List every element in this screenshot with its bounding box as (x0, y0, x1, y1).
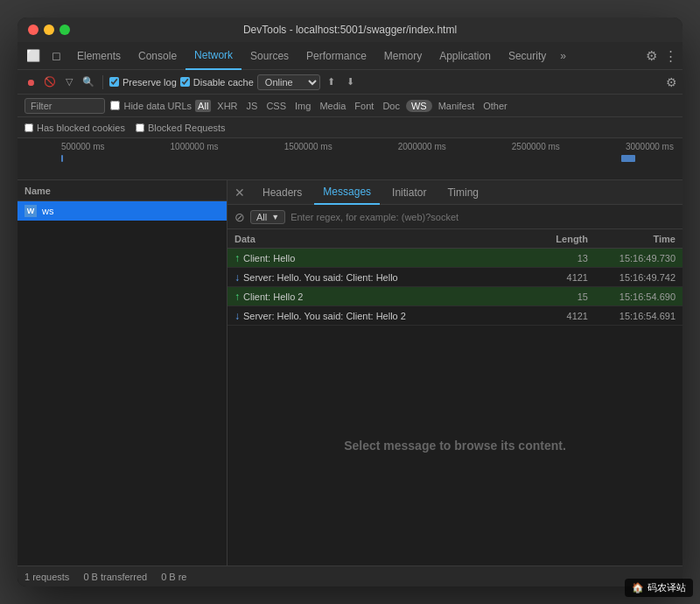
messages-filter-dropdown[interactable]: All ▼ (250, 210, 285, 224)
blocked-requests-check[interactable]: Blocked Requests (136, 123, 226, 133)
window-title: DevTools - localhost:5001/swagger/index.… (243, 24, 457, 36)
hide-data-urls-checkbox[interactable] (110, 101, 120, 110)
record-button[interactable]: ⏺ (23, 74, 38, 90)
timeline-bar-end (621, 155, 635, 162)
filter-tag-all[interactable]: All (195, 100, 211, 112)
timeline-label-3: 2000000 ms (398, 142, 446, 151)
preserve-log-check[interactable]: Preserve log (109, 77, 177, 88)
cursor-icon[interactable]: ⬜ (23, 46, 44, 67)
left-panel: Name W ws (18, 180, 228, 565)
has-blocked-cookies-check[interactable]: Has blocked cookies (24, 123, 125, 133)
right-panel: ✕ Headers Messages Initiator Timing ⊘ Al… (228, 180, 682, 565)
timeline-labels: 500000 ms 1000000 ms 1500000 ms 2000000 … (18, 138, 682, 151)
data-col-header: Data (234, 234, 536, 244)
message-data: Client: Hello 2 (243, 291, 536, 302)
transferred-size: 0 B transferred (83, 572, 147, 582)
timeline-bar-0 (61, 155, 63, 162)
export-icon[interactable]: ⬇ (343, 74, 359, 90)
timeline-label-2: 1500000 ms (284, 142, 332, 151)
filter-tag-font[interactable]: Font (352, 100, 376, 112)
separator-1 (102, 75, 103, 89)
timeline-bars (61, 151, 639, 179)
filter-tag-xhr[interactable]: XHR (214, 100, 240, 112)
message-row[interactable]: ↑ Client: Hello 2 15 15:16:54.690 (228, 287, 682, 306)
message-row[interactable]: ↓ Server: Hello. You said: Client: Hello… (228, 268, 682, 287)
messages-table: Data Length Time ↑ Client: Hello 13 15:1… (228, 229, 682, 565)
filter-icon[interactable]: ▽ (61, 74, 77, 90)
list-item[interactable]: W ws (18, 201, 227, 221)
network-settings-icon[interactable]: ⚙ (666, 75, 677, 89)
chevron-down-icon: ▼ (271, 213, 279, 221)
timeline-label-5: 3000000 ms (626, 142, 674, 151)
tab-initiator[interactable]: Initiator (383, 180, 435, 205)
inspect-icon[interactable]: ◻ (46, 46, 66, 67)
tab-elements[interactable]: Elements (68, 42, 130, 70)
tab-messages[interactable]: Messages (314, 180, 380, 205)
messages-filter-label: All (256, 212, 267, 222)
settings-area: ⚙ ⋮ (639, 48, 677, 64)
tab-timing[interactable]: Timing (438, 180, 487, 205)
dots-menu-icon[interactable]: ⋮ (664, 48, 677, 64)
import-icon[interactable]: ⬆ (324, 74, 340, 90)
message-length: 4121 (536, 272, 588, 283)
left-panel-list: W ws (18, 201, 227, 565)
message-time: 15:16:54.691 (588, 311, 676, 321)
disable-cache-check[interactable]: Disable cache (180, 77, 254, 88)
tab-headers[interactable]: Headers (254, 180, 311, 205)
close-panel-button[interactable]: ✕ (234, 186, 245, 200)
settings-icon[interactable]: ⚙ (646, 48, 657, 64)
clear-button[interactable]: 🚫 (42, 74, 58, 90)
has-blocked-cookies-checkbox[interactable] (24, 123, 33, 132)
sent-arrow-icon: ↑ (234, 291, 240, 303)
disable-cache-checkbox[interactable] (180, 77, 190, 87)
main-content: Name W ws ✕ Headers Messages Initiator (18, 180, 682, 565)
preserve-log-checkbox[interactable] (109, 77, 119, 87)
maximize-traffic-light[interactable] (60, 25, 70, 35)
filter-tag-other[interactable]: Other (480, 100, 510, 112)
filter-tag-manifest[interactable]: Manifest (436, 100, 478, 112)
minimize-traffic-light[interactable] (44, 25, 54, 35)
filter-label: Filter (31, 101, 52, 111)
tab-memory[interactable]: Memory (375, 42, 430, 70)
filter-tag-img[interactable]: Img (292, 100, 313, 112)
tab-application[interactable]: Application (430, 42, 500, 70)
tab-sources[interactable]: Sources (242, 42, 298, 70)
message-row[interactable]: ↑ Client: Hello 13 15:16:49.730 (228, 249, 682, 268)
tab-security[interactable]: Security (500, 42, 555, 70)
watermark: 🏠 码农译站 (625, 579, 693, 597)
filter-checks-row: Has blocked cookies Blocked Requests (18, 117, 682, 138)
message-time: 15:16:49.730 (588, 253, 676, 263)
clear-messages-icon[interactable]: ⊘ (234, 210, 245, 224)
messages-toolbar: ⊘ All ▼ (228, 205, 682, 229)
message-row[interactable]: ↓ Server: Hello. You said: Client: Hello… (228, 306, 682, 326)
message-time: 15:16:49.742 (588, 272, 676, 283)
throttling-dropdown[interactable]: Online Fast 3G Slow 3G Offline (257, 74, 320, 90)
list-item-name: ws (42, 206, 53, 216)
devtools-body: ⬜ ◻ Elements Console Network Sources Per… (18, 42, 682, 586)
tab-network[interactable]: Network (186, 42, 242, 70)
filter-tag-media[interactable]: Media (317, 100, 348, 112)
filter-tag-css[interactable]: CSS (263, 100, 289, 112)
top-tabs-bar: ⬜ ◻ Elements Console Network Sources Per… (18, 42, 682, 70)
message-data: Server: Hello. You said: Client: Hello (243, 272, 536, 283)
tab-performance[interactable]: Performance (298, 42, 375, 70)
messages-search-input[interactable] (290, 212, 676, 222)
filter-tag-js[interactable]: JS (244, 100, 261, 112)
more-tabs[interactable]: » (555, 50, 571, 62)
watermark-icon: 🏠 (632, 582, 644, 593)
filter-input-wrapper[interactable]: Filter (24, 98, 105, 114)
blocked-requests-checkbox[interactable] (136, 123, 144, 132)
tab-console[interactable]: Console (130, 42, 186, 70)
filter-input[interactable] (55, 101, 99, 111)
timeline-label-4: 2500000 ms (512, 142, 560, 151)
status-bar: 1 requests 0 B transferred 0 B re (18, 565, 682, 586)
filter-tag-doc[interactable]: Doc (380, 100, 402, 112)
message-data: Client: Hello (243, 253, 536, 263)
filter-tags: Hide data URLs All XHR JS CSS Img Media … (110, 100, 509, 112)
received-arrow-icon: ↓ (234, 271, 240, 284)
close-traffic-light[interactable] (28, 25, 38, 35)
name-column-header: Name (24, 186, 51, 196)
filter-tag-ws[interactable]: WS (406, 100, 432, 112)
search-icon[interactable]: 🔍 (80, 74, 96, 90)
hide-data-urls-check[interactable]: Hide data URLs (110, 101, 192, 111)
